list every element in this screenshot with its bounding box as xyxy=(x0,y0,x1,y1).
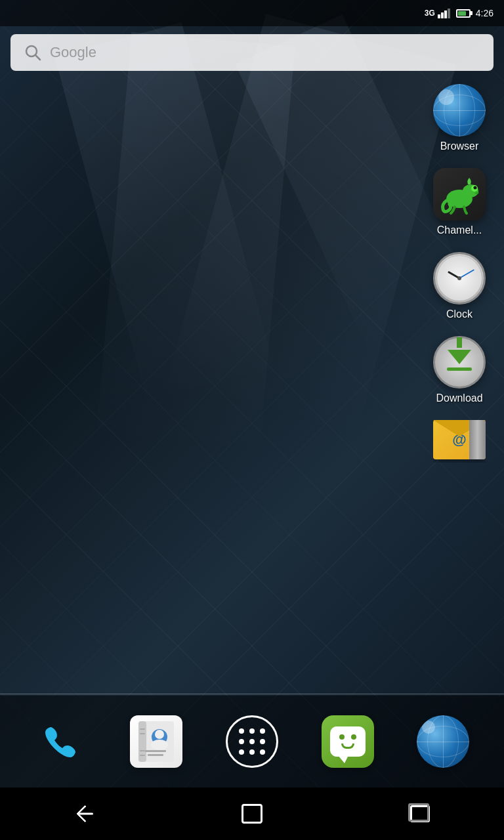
svg-rect-15 xyxy=(145,750,166,752)
svg-point-13 xyxy=(155,730,164,739)
svg-rect-19 xyxy=(140,750,145,751)
svg-point-14 xyxy=(151,740,168,750)
svg-line-5 xyxy=(35,55,40,60)
drawer-icon xyxy=(226,715,278,768)
dots-grid xyxy=(236,726,268,757)
svg-rect-1 xyxy=(441,12,444,18)
svg-rect-0 xyxy=(438,14,440,18)
app-icon-clock[interactable]: Clock xyxy=(428,247,491,326)
status-bar: 3G 4:26 xyxy=(0,0,504,26)
dock-icon-messenger[interactable] xyxy=(318,712,377,771)
email-envelope: @ xyxy=(433,420,486,459)
svg-point-9 xyxy=(474,186,477,190)
search-icon xyxy=(24,43,42,62)
recents-icon xyxy=(410,805,430,822)
svg-rect-3 xyxy=(448,9,450,18)
dock-icon-contacts[interactable] xyxy=(127,712,186,771)
download-label: Download xyxy=(436,392,482,404)
chameleon-label: Chamel... xyxy=(437,224,482,236)
browser-icon xyxy=(433,84,486,136)
app-icon-download[interactable]: Download xyxy=(428,331,491,410)
dock xyxy=(0,696,504,788)
messenger-icon xyxy=(322,715,374,768)
signal-icon xyxy=(438,8,451,18)
search-placeholder: Google xyxy=(50,44,96,61)
browser-dock-icon xyxy=(417,715,469,768)
clock-time: 4:26 xyxy=(476,8,494,18)
phone-icon xyxy=(41,722,81,761)
clock-icon xyxy=(433,252,486,304)
download-icon xyxy=(433,336,486,388)
chat-bubble xyxy=(330,726,366,757)
back-button[interactable] xyxy=(58,794,110,833)
battery-icon xyxy=(456,9,471,18)
recents-button[interactable] xyxy=(394,794,446,833)
app-icon-chameleon[interactable]: Chamel... xyxy=(428,163,491,242)
email-icon: @ xyxy=(433,420,486,463)
app-icon-email[interactable]: @ xyxy=(428,415,491,463)
dock-icon-browser[interactable] xyxy=(413,712,472,771)
dock-separator xyxy=(0,694,504,694)
clock-label: Clock xyxy=(446,308,472,320)
chameleon-icon xyxy=(433,168,486,220)
home-button[interactable] xyxy=(226,794,278,833)
home-icon xyxy=(242,804,262,824)
svg-rect-17 xyxy=(140,728,145,730)
dock-icon-phone[interactable] xyxy=(32,712,91,771)
search-bar[interactable]: Google xyxy=(10,34,494,71)
svg-rect-18 xyxy=(140,733,145,734)
svg-rect-20 xyxy=(140,755,145,756)
svg-rect-16 xyxy=(148,754,163,756)
dock-icon-drawer[interactable] xyxy=(222,712,282,771)
signal-type-label: 3G xyxy=(425,9,435,18)
back-arrow-icon xyxy=(72,805,96,823)
app-icons-container: Browser Chamel... xyxy=(428,79,491,463)
svg-rect-2 xyxy=(444,10,447,18)
browser-label: Browser xyxy=(440,140,479,152)
clock-face xyxy=(437,256,482,301)
nav-bar xyxy=(0,788,504,840)
app-icon-browser[interactable]: Browser xyxy=(428,79,491,158)
contacts-icon xyxy=(130,715,182,768)
